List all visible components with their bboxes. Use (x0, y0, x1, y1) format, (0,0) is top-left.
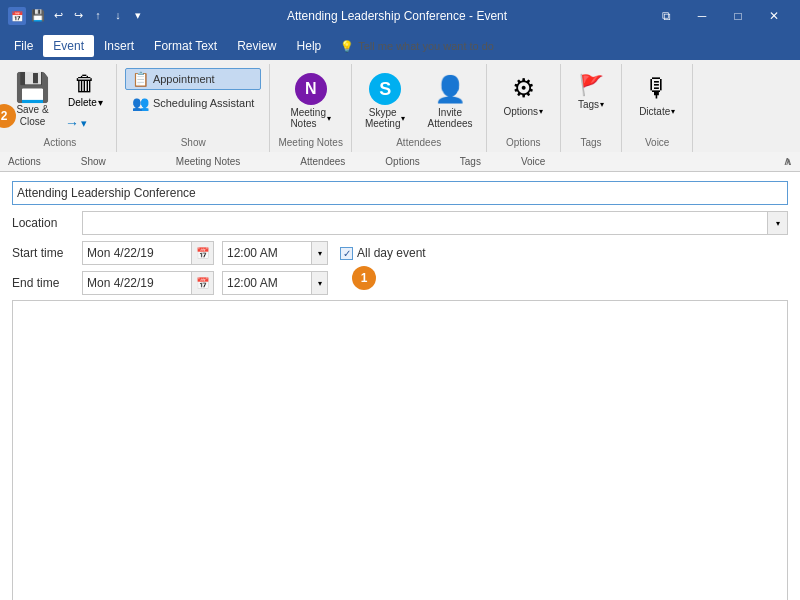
end-time-label: End time (12, 276, 82, 290)
dictate-button[interactable]: 🎙 Dictate ▾ (630, 68, 684, 122)
actions-group-buttons: 💾 Save &Close 🗑 Delete ▾ (10, 68, 110, 133)
start-date-input[interactable] (82, 241, 192, 265)
download-button[interactable]: ↓ (110, 7, 126, 23)
lightbulb-icon: 💡 (340, 40, 354, 53)
dictate-chevron-icon[interactable]: ▾ (671, 107, 675, 116)
undo-button[interactable]: ↩ (50, 7, 66, 23)
menu-event[interactable]: Event (43, 35, 94, 57)
options-label: Options (504, 106, 538, 117)
redo-button[interactable]: ↪ (70, 7, 86, 23)
all-day-label[interactable]: ✓ All day event (340, 246, 426, 260)
skype-icon: S (369, 73, 401, 105)
attendees-group-label: Attendees (396, 137, 441, 148)
save-close-label: Save &Close (16, 104, 48, 128)
attendees-label-bar: Attendees (300, 156, 345, 167)
menu-help[interactable]: Help (287, 35, 332, 57)
ribbon-content: 💾 Save &Close 🗑 Delete ▾ (0, 60, 800, 152)
skype-chevron-icon[interactable]: ▾ (401, 114, 405, 123)
end-time-row: End time 📅 ▾ 1 (12, 270, 788, 296)
close-button[interactable]: ✕ (756, 0, 792, 32)
delete-chevron-icon[interactable]: ▾ (98, 97, 103, 108)
delete-group: 🗑 Delete ▾ → ▾ (61, 68, 110, 133)
end-calendar-button[interactable]: 📅 (192, 271, 214, 295)
form-area: Location ▾ Start time 📅 ▾ ✓ All day even… (0, 172, 800, 600)
window-controls[interactable]: ⧉ ─ □ ✕ (648, 0, 792, 32)
invite-attendees-button[interactable]: 👤 InviteAttendees (418, 68, 481, 134)
delete-icon: 🗑 (74, 71, 96, 97)
options-button[interactable]: ⚙ Options ▾ (495, 68, 552, 122)
location-row: Location ▾ (12, 210, 788, 236)
scheduling-icon: 👥 (132, 95, 149, 111)
options-chevron-icon[interactable]: ▾ (539, 107, 543, 116)
save-icon: 💾 (15, 74, 50, 102)
start-time-dropdown-button[interactable]: ▾ (312, 241, 328, 265)
forward-icon: → (65, 115, 79, 131)
all-day-checkbox[interactable]: ✓ (340, 247, 353, 260)
skype-meeting-button[interactable]: S SkypeMeeting ▾ (356, 68, 415, 134)
tags-button[interactable]: 🚩 Tags ▾ (569, 68, 613, 115)
tell-me-search[interactable]: 💡 Tell me what you want to do (331, 37, 503, 56)
tags-group: 🚩 Tags ▾ Tags (561, 64, 622, 152)
location-input[interactable] (82, 211, 768, 235)
ribbon-collapse-button[interactable]: ∧ (783, 154, 792, 168)
menu-insert[interactable]: Insert (94, 35, 144, 57)
meeting-notes-button[interactable]: N MeetingNotes ▾ (281, 68, 340, 134)
attendees-group: S SkypeMeeting ▾ 👤 InviteAttendees Atten… (352, 64, 487, 152)
options-group: ⚙ Options ▾ Options (487, 64, 561, 152)
body-text-area[interactable] (12, 300, 788, 600)
onenote-icon: N (295, 73, 327, 105)
location-label: Location (12, 216, 82, 230)
minimize-button[interactable]: ─ (684, 0, 720, 32)
skype-label: SkypeMeeting (365, 107, 401, 129)
window-title: Attending Leadership Conference - Event (154, 9, 640, 23)
menu-review[interactable]: Review (227, 35, 286, 57)
actions-label: Actions (8, 156, 41, 167)
start-calendar-button[interactable]: 📅 (192, 241, 214, 265)
meeting-notes-chevron-icon[interactable]: ▾ (327, 114, 331, 123)
subject-row (12, 180, 788, 206)
customize-button[interactable]: ▾ (130, 7, 146, 23)
show-group-label: Show (125, 137, 262, 148)
title-bar: 📅 💾 ↩ ↪ ↑ ↓ ▾ Attending Leadership Confe… (0, 0, 800, 32)
forward-label: ▾ (81, 117, 87, 130)
voice-label-bar: Voice (521, 156, 545, 167)
tags-label-bar: Tags (460, 156, 481, 167)
options-group-label: Options (506, 137, 540, 148)
subject-input[interactable] (12, 181, 788, 205)
save-close-button[interactable]: 💾 Save &Close (10, 71, 55, 131)
appointment-button[interactable]: 📋 Appointment (125, 68, 262, 90)
end-time-input[interactable] (222, 271, 312, 295)
voice-group: 🎙 Dictate ▾ Voice (622, 64, 693, 152)
tags-chevron-icon[interactable]: ▾ (600, 100, 604, 109)
tags-label: Tags (578, 99, 599, 110)
ribbon-labels-bar: Actions Show Meeting Notes Attendees Opt… (0, 152, 800, 172)
start-time-input[interactable] (222, 241, 312, 265)
meeting-notes-group: N MeetingNotes ▾ Meeting Notes (270, 64, 351, 152)
voice-group-label: Voice (645, 137, 669, 148)
restore-down-button[interactable]: ⧉ (648, 0, 684, 32)
forward-button[interactable]: → ▾ (61, 113, 110, 133)
quick-access-toolbar[interactable]: 📅 💾 ↩ ↪ ↑ ↓ ▾ (8, 7, 146, 25)
actions-group-label: Actions (10, 137, 110, 148)
menu-bar: File Event Insert Format Text Review Hel… (0, 32, 800, 60)
show-label: Show (81, 156, 106, 167)
location-dropdown-button[interactable]: ▾ (768, 211, 788, 235)
appointment-icon: 📋 (132, 71, 149, 87)
menu-format-text[interactable]: Format Text (144, 35, 227, 57)
meeting-notes-label-bar: Meeting Notes (176, 156, 240, 167)
end-date-input[interactable] (82, 271, 192, 295)
start-time-row: Start time 📅 ▾ ✓ All day event (12, 240, 788, 266)
options-label-bar: Options (385, 156, 419, 167)
upload-button[interactable]: ↑ (90, 7, 106, 23)
save-icon[interactable]: 💾 (30, 7, 46, 23)
end-time-dropdown-button[interactable]: ▾ (312, 271, 328, 295)
delete-button[interactable]: 🗑 Delete ▾ (61, 68, 110, 111)
tell-me-text: Tell me what you want to do (358, 40, 494, 52)
microphone-icon: 🎙 (644, 73, 670, 104)
all-day-text: All day event (357, 246, 426, 260)
scheduling-assistant-button[interactable]: 👥 Scheduling Assistant (125, 92, 262, 114)
dictate-label: Dictate (639, 106, 670, 117)
menu-file[interactable]: File (4, 35, 43, 57)
show-buttons: 📋 Appointment 👥 Scheduling Assistant (125, 68, 262, 114)
maximize-button[interactable]: □ (720, 0, 756, 32)
